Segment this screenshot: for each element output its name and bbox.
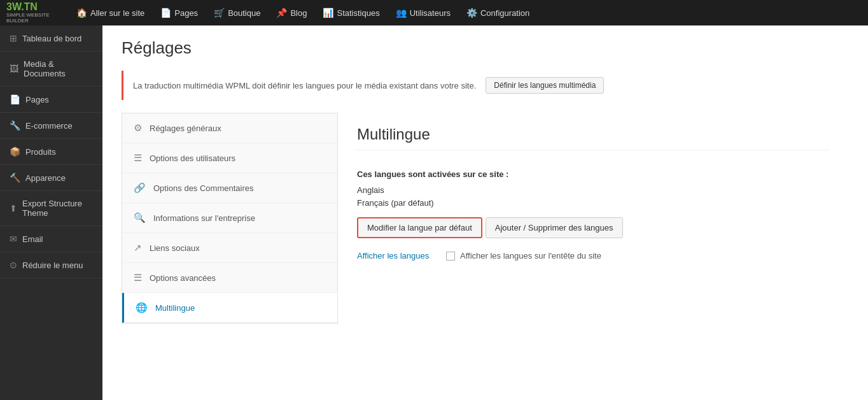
- sidebar-pages-label: Pages: [25, 95, 49, 104]
- sidebar-item-reduire[interactable]: ⊙ Réduire le menu: [0, 252, 102, 278]
- section-title: Multilingue: [357, 125, 830, 150]
- commentaires-icon: 🔗: [134, 182, 146, 194]
- sidebar: ⊞ Tableau de bord 🖼 Media & Documents 📄 …: [0, 25, 102, 400]
- page-title: Réglages: [122, 38, 849, 58]
- logo-text: 3W.TN: [6, 2, 57, 12]
- top-nav-configuration-label: Configuration: [480, 8, 529, 18]
- avancees-icon: ☰: [134, 272, 142, 283]
- export-icon: ⬆: [10, 203, 17, 213]
- top-nav-utilisateurs[interactable]: 👥 Utilisateurs: [389, 4, 457, 21]
- menu-avancees-label: Options avancées: [150, 273, 216, 283]
- settings-content: Multilingue Ces langues sont activées su…: [338, 113, 849, 324]
- logo-tn: .TN: [21, 1, 38, 12]
- lang-list: Anglais Français (par défaut): [357, 185, 830, 208]
- blog-icon: 📌: [276, 8, 287, 18]
- statistiques-icon: 📊: [323, 8, 333, 18]
- sidebar-media-label: Media & Documents: [24, 59, 93, 78]
- menu-item-commentaires[interactable]: 🔗 Options des Commentaires: [122, 173, 337, 203]
- top-nav-statistiques-label: Statistiques: [337, 8, 379, 18]
- top-nav-home[interactable]: 🏠 Aller sur le site: [70, 4, 151, 21]
- logo-3w: 3W: [6, 1, 21, 12]
- main-layout: ⊞ Tableau de bord 🖼 Media & Documents 📄 …: [0, 25, 868, 400]
- media-icon: 🖼: [10, 64, 18, 74]
- sidebar-item-apparence[interactable]: 🔨 Apparence: [0, 165, 102, 191]
- top-nav-configuration[interactable]: ⚙️ Configuration: [460, 4, 536, 21]
- sidebar-item-export[interactable]: ⬆ Export Structure Theme: [0, 191, 102, 226]
- menu-sociaux-label: Liens sociaux: [150, 243, 200, 253]
- top-nav-utilisateurs-label: Utilisateurs: [410, 8, 451, 18]
- lang-section-label: Ces langues sont activées sur ce site :: [357, 169, 830, 179]
- lang-section: Ces langues sont activées sur ce site : …: [357, 169, 830, 238]
- ecommerce-icon: 🔧: [10, 120, 20, 131]
- menu-entreprise-label: Informations sur l'entreprise: [153, 213, 255, 223]
- top-nav-boutique-label: Boutique: [228, 8, 260, 18]
- reduire-icon: ⊙: [10, 260, 17, 270]
- tableau-icon: ⊞: [10, 33, 17, 43]
- produits-icon: 📦: [10, 146, 20, 157]
- sidebar-item-media[interactable]: 🖼 Media & Documents: [0, 52, 102, 87]
- ajouter-langue-button[interactable]: Ajouter / Supprimer des langues: [486, 217, 623, 238]
- settings-menu: ⚙ Réglages généraux ☰ Options des utilis…: [122, 113, 338, 324]
- top-nav-pages-label: Pages: [174, 8, 198, 18]
- sidebar-export-label: Export Structure Theme: [22, 199, 93, 218]
- afficher-row: Afficher les langues Afficher les langue…: [357, 251, 830, 261]
- apparence-icon: 🔨: [10, 173, 20, 183]
- menu-item-utilisateurs[interactable]: ☰ Options des utilisateurs: [122, 143, 337, 173]
- afficher-checkbox[interactable]: [446, 252, 455, 261]
- menu-utilisateurs-label: Options des utilisateurs: [150, 154, 235, 163]
- menu-item-generaux[interactable]: ⚙ Réglages généraux: [122, 113, 337, 143]
- lang-francais: Français (par défaut): [357, 198, 830, 208]
- sidebar-reduire-label: Réduire le menu: [22, 261, 83, 270]
- sidebar-item-produits[interactable]: 📦 Produits: [0, 139, 102, 165]
- menu-generaux-label: Réglages généraux: [150, 124, 221, 133]
- pages-sidebar-icon: 📄: [10, 94, 20, 104]
- multilingue-icon: 🌐: [136, 302, 148, 313]
- utilisateurs-icon: 👥: [396, 8, 407, 18]
- menu-item-entreprise[interactable]: 🔍 Informations sur l'entreprise: [122, 203, 337, 233]
- sidebar-tableau-label: Tableau de bord: [22, 34, 81, 43]
- alert-bar: La traduction multimédia WPML doit défin…: [122, 71, 849, 100]
- generaux-icon: ⚙: [134, 122, 142, 134]
- alert-button[interactable]: Définir les langues multimédia: [486, 77, 604, 94]
- afficher-right: Afficher les langues sur l'entête du sit…: [446, 251, 601, 261]
- sidebar-item-tableau[interactable]: ⊞ Tableau de bord: [0, 25, 102, 52]
- modifier-langue-button[interactable]: Modifier la langue par défaut: [357, 217, 482, 238]
- afficher-checkbox-label: Afficher les langues sur l'entête du sit…: [460, 251, 601, 261]
- menu-multilingue-label: Multilingue: [155, 303, 195, 313]
- top-nav-boutique[interactable]: 🛒 Boutique: [207, 4, 267, 21]
- sidebar-email-label: Email: [22, 234, 43, 244]
- top-nav-items: 🏠 Aller sur le site 📄 Pages 🛒 Boutique 📌…: [70, 4, 536, 21]
- top-nav-pages[interactable]: 📄 Pages: [154, 4, 204, 21]
- pages-icon: 📄: [160, 8, 171, 18]
- sidebar-item-email[interactable]: ✉ Email: [0, 226, 102, 252]
- sidebar-item-pages[interactable]: 📄 Pages: [0, 87, 102, 113]
- sidebar-apparence-label: Apparence: [25, 173, 66, 183]
- sidebar-ecommerce-label: E-commerce: [25, 121, 73, 131]
- afficher-label: Afficher les langues: [357, 251, 433, 261]
- menu-item-avancees[interactable]: ☰ Options avancées: [122, 263, 337, 293]
- lang-anglais: Anglais: [357, 185, 830, 195]
- utilisateurs-menu-icon: ☰: [134, 152, 142, 164]
- lang-buttons: Modifier la langue par défaut Ajouter / …: [357, 217, 830, 238]
- main-content: Réglages La traduction multimédia WPML d…: [102, 25, 868, 400]
- menu-commentaires-label: Options des Commentaires: [153, 183, 254, 193]
- top-navigation: 3W.TN SIMPLE WEBSITE BUILDER 🏠 Aller sur…: [0, 0, 868, 25]
- alert-text: La traduction multimédia WPML doit défin…: [133, 81, 476, 90]
- top-nav-blog[interactable]: 📌 Blog: [270, 4, 313, 21]
- logo-sub: SIMPLE WEBSITE BUILDER: [6, 12, 57, 24]
- email-icon: ✉: [10, 234, 17, 244]
- home-icon: 🏠: [76, 8, 87, 18]
- sidebar-item-ecommerce[interactable]: 🔧 E-commerce: [0, 113, 102, 139]
- sidebar-produits-label: Produits: [25, 147, 56, 157]
- logo: 3W.TN SIMPLE WEBSITE BUILDER: [6, 2, 57, 24]
- boutique-icon: 🛒: [214, 8, 225, 18]
- settings-panel: ⚙ Réglages généraux ☰ Options des utilis…: [122, 113, 849, 324]
- menu-item-sociaux[interactable]: ↗ Liens sociaux: [122, 233, 337, 263]
- top-nav-blog-label: Blog: [290, 8, 307, 18]
- top-nav-statistiques[interactable]: 📊 Statistiques: [316, 4, 386, 21]
- menu-item-multilingue[interactable]: 🌐 Multilingue: [122, 293, 337, 323]
- entreprise-icon: 🔍: [134, 212, 146, 224]
- top-nav-home-label: Aller sur le site: [90, 8, 144, 18]
- sociaux-icon: ↗: [134, 242, 142, 254]
- configuration-icon: ⚙️: [466, 8, 477, 18]
